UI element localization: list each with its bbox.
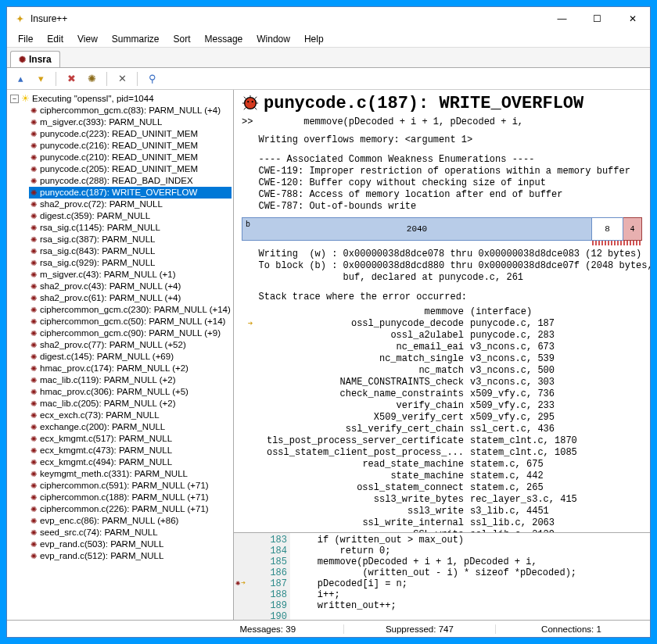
tree-item[interactable]: ✺rsa_sig.c(929): PARM_NULL (29, 257, 232, 269)
delete-icon[interactable]: ✕ (115, 72, 129, 86)
bug-icon: ✺ (31, 304, 37, 316)
stack-row[interactable]: check_name_constraintsx509_vfy.c, 736 (242, 388, 642, 400)
tree-item[interactable]: ✺m_sigver.c(43): PARM_NULL (+1) (29, 269, 232, 281)
bug-icon: ✺ (31, 398, 37, 410)
stack-row[interactable]: read_state_machinestatem.c, 675 (242, 459, 642, 470)
arrow-icon (242, 388, 259, 400)
search-icon[interactable]: ⚲ (145, 72, 160, 86)
stack-row[interactable]: nc_email_eaiv3_ncons.c, 673 (242, 342, 642, 353)
tab-insra[interactable]: ✺ Insra (10, 51, 60, 67)
stack-row[interactable]: X509_verify_certx509_vfy.c, 295 (242, 412, 642, 424)
arrow-icon (242, 447, 259, 459)
tree-item[interactable]: ✺sha2_prov.c(43): PARM_NULL (+4) (29, 281, 232, 292)
arrow-icon (242, 470, 259, 482)
tree-item[interactable]: ✺punycode.c(223): READ_UNINIT_MEM (29, 128, 232, 140)
tree-item[interactable]: ✺ecx_kmgmt.c(517): PARM_NULL (29, 433, 232, 445)
bug-icon: ✺ (19, 55, 26, 65)
tree-item[interactable]: ✺punycode.c(210): READ_UNINIT_MEM (29, 152, 232, 163)
cwe-line: CWE-787: Out-of-bounds write (242, 201, 642, 213)
write-line: Writing (w) : 0x00000038d8dce078 thru 0x… (242, 249, 642, 260)
tree-item[interactable]: ✺hmac_prov.c(306): PARM_NULL (+5) (29, 386, 232, 398)
tree-item[interactable]: ✺mac_lib.c(205): PARM_NULL (+2) (29, 398, 232, 410)
tree-item[interactable]: ✺evp_rand.c(512): PARM_NULL (29, 550, 232, 562)
memory-bar: b2040 8 4 (242, 217, 642, 241)
tree-item[interactable]: ✺rsa_sig.c(387): PARM_NULL (29, 234, 232, 245)
menu-view[interactable]: View (71, 32, 104, 46)
error-tree[interactable]: − ☀ Executing "openssl", pid=1044 ✺ciphe… (7, 90, 234, 620)
svg-point-1 (247, 101, 249, 102)
stack-row[interactable]: ssl3_writes3_lib.c, 4451 (242, 506, 642, 517)
stack-row[interactable]: ➔ossl_punycode_decodepunycode.c, 187 (242, 318, 642, 330)
stack-row[interactable]: ossl_a2ulabelpunycode.c, 283 (242, 330, 642, 342)
collapse-icon[interactable]: − (10, 95, 19, 103)
tree-item[interactable]: ✺ciphercommon_gcm.c(83): PARM_NULL (+4) (29, 105, 232, 116)
tree-item[interactable]: ✺rsa_sig.c(1145): PARM_NULL (29, 222, 232, 234)
stack-row[interactable]: ssl_verify_cert_chainssl_cert.c, 436 (242, 424, 642, 435)
stack-row[interactable]: nc_matchv3_ncons.c, 500 (242, 365, 642, 377)
stack-row[interactable]: ssl_write_internalssl_lib.c, 2063 (242, 517, 642, 529)
tree-root-label[interactable]: Executing "openssl", pid=1044 (32, 93, 154, 105)
tree-item[interactable]: ✺ciphercommon_gcm.c(50): PARM_NULL (+14) (29, 316, 232, 327)
tree-item[interactable]: ✺evp_rand.c(503): PARM_NULL (29, 538, 232, 550)
svg-line-9 (255, 108, 257, 110)
minimize-button[interactable]: — (544, 7, 580, 30)
tree-item[interactable]: ✺punycode.c(205): READ_UNINIT_MEM (29, 163, 232, 175)
tree-item[interactable]: ✺keymgmt_meth.c(331): PARM_NULL (29, 468, 232, 480)
nav-fwd-icon[interactable]: ▾ (34, 72, 48, 86)
menu-sort[interactable]: Sort (167, 32, 197, 46)
bug-icon: ✺ (31, 538, 37, 550)
tree-item[interactable]: ✺ciphercommon_gcm.c(230): PARM_NULL (+14… (29, 304, 232, 316)
close-button[interactable]: ✕ (615, 7, 650, 30)
menu-edit[interactable]: Edit (41, 32, 70, 46)
tree-item[interactable]: ✺m_sigver.c(393): PARM_NULL (29, 116, 232, 128)
stack-row[interactable]: ossl_statem_client_post_process_...state… (242, 447, 642, 459)
tree-item[interactable]: ✺exchange.c(200): PARM_NULL (29, 421, 232, 433)
tree-item[interactable]: ✺evp_enc.c(86): PARM_NULL (+86) (29, 515, 232, 527)
tree-item[interactable]: ✺rsa_sig.c(843): PARM_NULL (29, 245, 232, 257)
tree-item[interactable]: ✺ciphercommon.c(188): PARM_NULL (+71) (29, 492, 232, 503)
menu-message[interactable]: Message (199, 32, 250, 46)
detail-msg: Writing overflows memory: <argument 1> (242, 134, 642, 146)
tree-item[interactable]: ✺ecx_kmgmt.c(473): PARM_NULL (29, 445, 232, 456)
tree-item[interactable]: ✺ciphercommon_gcm.c(90): PARM_NULL (+9) (29, 327, 232, 339)
source-line: return 0; (295, 546, 576, 556)
tree-item[interactable]: ✺punycode.c(216): READ_UNINIT_MEM (29, 140, 232, 152)
statusbar: Messages: 39 Suppressed: 747 Connections… (7, 620, 650, 637)
tree-item[interactable]: ✺mac_lib.c(119): PARM_NULL (+2) (29, 374, 232, 386)
stack-row[interactable]: ossl_statem_connectstatem.c, 265 (242, 482, 642, 494)
source-view[interactable]: 183184185186✺➔187188189190 if (written_o… (234, 532, 650, 620)
menubar: FileEditViewSummarizeSortMessageWindowHe… (7, 30, 650, 48)
tree-item[interactable]: ✺seed_src.c(74): PARM_NULL (29, 527, 232, 538)
stack-row[interactable]: NAME_CONSTRAINTS_checkv3_ncons.c, 303 (242, 377, 642, 388)
bug-icon[interactable]: ✺ (84, 72, 99, 86)
window-title: Insure++ (31, 13, 544, 24)
detail-view[interactable]: punycode.c(187): WRITE_OVERFLOW >> memmo… (234, 90, 650, 532)
tree-item[interactable]: ✺digest.c(145): PARM_NULL (+69) (29, 351, 232, 363)
tree-item[interactable]: ✺ciphercommon.c(226): PARM_NULL (+71) (29, 503, 232, 515)
bug-icon: ✺ (31, 245, 37, 257)
tree-item[interactable]: ✺ecx_kmgmt.c(494): PARM_NULL (29, 456, 232, 468)
maximize-button[interactable]: ☐ (580, 7, 615, 30)
stack-row[interactable]: nc_match_singlev3_ncons.c, 539 (242, 353, 642, 365)
tree-item[interactable]: ✺ecx_exch.c(73): PARM_NULL (29, 410, 232, 421)
tree-item[interactable]: ✺digest.c(359): PARM_NULL (29, 210, 232, 222)
stack-row[interactable]: tls_post_process_server_certificatestate… (242, 435, 642, 447)
stack-row[interactable]: ssl3_write_bytesrec_layer_s3.c, 415 (242, 494, 642, 506)
menu-summarize[interactable]: Summarize (106, 32, 166, 46)
menu-window[interactable]: Window (250, 32, 296, 46)
nav-back-icon[interactable]: ▴ (13, 72, 27, 86)
tree-item[interactable]: ✺punycode.c(187): WRITE_OVERFLOW (29, 187, 232, 199)
menu-file[interactable]: File (12, 32, 39, 46)
menu-help[interactable]: Help (298, 32, 330, 46)
stack-row[interactable]: verify_chainx509_vfy.c, 233 (242, 400, 642, 412)
tree-item[interactable]: ✺punycode.c(288): READ_BAD_INDEX (29, 175, 232, 187)
stack-row[interactable]: state_machinestatem.c, 442 (242, 470, 642, 482)
tree-item[interactable]: ✺sha2_prov.c(77): PARM_NULL (+52) (29, 339, 232, 351)
tree-item[interactable]: ✺hmac_prov.c(174): PARM_NULL (+2) (29, 363, 232, 374)
clear-bug-icon[interactable]: ✖ (64, 72, 78, 86)
bug-icon: ✺ (31, 163, 37, 175)
tree-item[interactable]: ✺ciphercommon.c(591): PARM_NULL (+71) (29, 480, 232, 492)
tree-item[interactable]: ✺sha2_prov.c(72): PARM_NULL (29, 199, 232, 210)
tree-item[interactable]: ✺sha2_prov.c(61): PARM_NULL (+4) (29, 292, 232, 304)
stack-row[interactable]: memmove(interface) (242, 306, 642, 318)
